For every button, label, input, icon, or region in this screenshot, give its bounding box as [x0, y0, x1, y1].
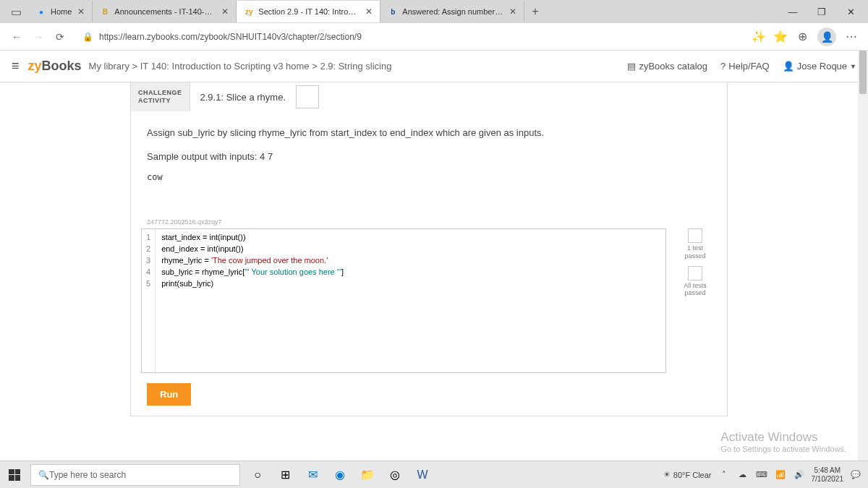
wifi-icon[interactable]: 📶 — [774, 470, 787, 479]
back-button[interactable]: ← — [6, 26, 27, 48]
windows-taskbar: 🔍 Type here to search ○ ⊞ ✉ ◉ 📁 ◎ W ☀80°… — [0, 461, 868, 488]
tab-favicon: ● — [36, 7, 46, 17]
help-link[interactable]: ?Help/FAQ — [720, 61, 770, 72]
hamburger-icon[interactable]: ≡ — [12, 59, 20, 74]
sample-output: cow — [147, 172, 711, 182]
tab-zybooks[interactable]: zy Section 2.9 - IT 140: Introduction ✕ — [237, 1, 380, 22]
weather-widget[interactable]: ☀80°F Clear — [663, 470, 712, 479]
onedrive-icon[interactable]: ☁ — [736, 470, 749, 479]
run-button[interactable]: Run — [147, 383, 191, 406]
code-content[interactable]: start_index = int(input()) end_index = i… — [156, 229, 349, 372]
forward-button[interactable]: → — [27, 26, 49, 48]
url-input[interactable]: 🔒 https://learn.zybooks.com/zybook/SNHUI… — [75, 27, 744, 47]
favorites-icon[interactable]: ⭐ — [770, 26, 791, 48]
tab-title: Announcements - IT-140-J6182 — [114, 7, 216, 16]
url-text: https://learn.zybooks.com/zybook/SNHUIT1… — [99, 32, 362, 42]
edge-icon[interactable]: ◉ — [327, 462, 353, 488]
line-gutter: 12345 — [142, 229, 156, 372]
task-view-icon[interactable]: ⊞ — [272, 462, 298, 488]
chrome-icon[interactable]: ◎ — [382, 462, 408, 488]
chevron-up-icon[interactable]: ˄ — [718, 470, 731, 479]
mail-icon[interactable]: ✉ — [299, 462, 326, 488]
taskbar-search[interactable]: 🔍 Type here to search — [30, 464, 240, 486]
sample-label: Sample output with inputs: 4 7 — [147, 151, 711, 162]
tab-title: Answered: Assign number_segm — [402, 7, 503, 16]
close-icon[interactable]: ✕ — [509, 7, 516, 17]
lock-icon: 🔒 — [82, 32, 93, 42]
maximize-button[interactable]: ❐ — [807, 0, 836, 23]
code-editor[interactable]: 12345 start_index = int(input()) end_ind… — [141, 228, 666, 373]
cortana-icon[interactable]: ○ — [244, 462, 271, 488]
close-window-button[interactable]: ✕ — [836, 0, 865, 23]
challenge-label: CHALLENGEACTIVITY — [131, 82, 190, 111]
activity-hash: 247772.2002516.qx3zqy7 — [147, 218, 711, 226]
explorer-icon[interactable]: 📁 — [354, 462, 380, 488]
collections-icon[interactable]: ⊕ — [791, 26, 813, 48]
instruction-text: Assign sub_lyric by slicing rhyme_lyric … — [147, 127, 711, 138]
profile-avatar[interactable]: 👤 — [817, 27, 836, 46]
volume-icon[interactable]: 🔊 — [793, 470, 806, 479]
start-button[interactable] — [0, 461, 29, 489]
address-bar: ← → ⟳ 🔒 https://learn.zybooks.com/zybook… — [0, 23, 868, 51]
tab-bartleby[interactable]: b Answered: Assign number_segm ✕ — [380, 1, 524, 22]
close-icon[interactable]: ✕ — [365, 7, 373, 17]
tracking-icon[interactable]: ✨ — [748, 26, 770, 48]
challenge-card: CHALLENGEACTIVITY 2.9.1: Slice a rhyme. … — [130, 82, 728, 416]
page-scrollbar[interactable] — [858, 51, 868, 461]
test-status: 1 testpassed All testspassed — [673, 228, 717, 373]
tab-manager-icon[interactable]: ▭ — [9, 4, 23, 19]
test-all-box — [688, 266, 702, 281]
progress-box — [296, 85, 319, 108]
tab-title: Home — [51, 7, 72, 16]
word-icon[interactable]: W — [409, 462, 435, 488]
keyboard-icon[interactable]: ⌨ — [755, 470, 768, 479]
refresh-button[interactable]: ⟳ — [49, 26, 71, 48]
user-menu[interactable]: 👤Jose Roque▼ — [783, 61, 856, 72]
close-icon[interactable]: ✕ — [77, 7, 85, 17]
zybooks-header: ≡ zyBooks My library > IT 140: Introduct… — [0, 51, 868, 82]
tab-favicon: zy — [244, 7, 254, 17]
clock[interactable]: 5:48 AM7/10/2021 — [812, 466, 844, 484]
browser-titlebar: ▭ ● Home ✕ B Announcements - IT-140-J618… — [0, 0, 868, 23]
menu-button[interactable]: ⋯ — [841, 26, 862, 48]
challenge-title: 2.9.1: Slice a rhyme. — [190, 82, 297, 111]
tab-home[interactable]: ● Home ✕ — [29, 1, 93, 22]
tab-favicon: b — [388, 7, 398, 17]
tab-title: Section 2.9 - IT 140: Introduction — [258, 7, 359, 16]
tab-favicon: B — [100, 7, 110, 17]
new-tab-button[interactable]: + — [524, 5, 545, 18]
content-area: CHALLENGEACTIVITY 2.9.1: Slice a rhyme. … — [0, 82, 858, 461]
search-icon: 🔍 — [38, 470, 49, 480]
minimize-button[interactable]: — — [778, 0, 807, 23]
test1-box — [688, 228, 702, 243]
catalog-link[interactable]: ▤zyBooks catalog — [627, 61, 707, 72]
notifications-icon[interactable]: 💬 — [849, 470, 862, 479]
zybooks-logo[interactable]: zyBooks — [28, 59, 82, 74]
tab-announcements[interactable]: B Announcements - IT-140-J6182 ✕ — [93, 1, 237, 22]
breadcrumb[interactable]: My library > IT 140: Introduction to Scr… — [89, 61, 392, 72]
close-icon[interactable]: ✕ — [221, 7, 229, 17]
